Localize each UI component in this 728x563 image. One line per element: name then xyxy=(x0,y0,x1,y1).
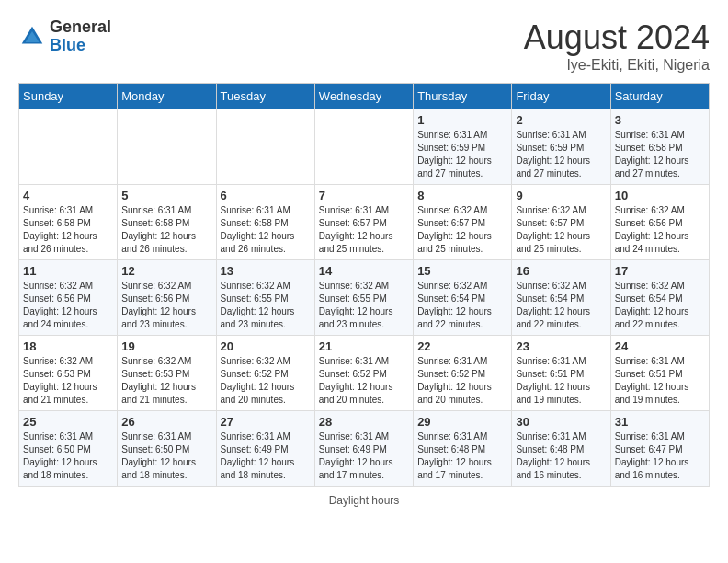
day-of-week-header: Tuesday xyxy=(216,84,314,109)
main-title: August 2024 xyxy=(524,18,710,57)
calendar-week-row: 25Sunrise: 6:31 AMSunset: 6:50 PMDayligh… xyxy=(19,411,710,487)
logo-general: General xyxy=(50,18,111,37)
day-number: 25 xyxy=(23,415,113,429)
calendar-cell: 25Sunrise: 6:31 AMSunset: 6:50 PMDayligh… xyxy=(19,411,118,487)
day-number: 22 xyxy=(417,339,507,353)
title-block: August 2024 Iye-Ekiti, Ekiti, Nigeria xyxy=(524,18,710,74)
daylight-hours-label: Daylight hours xyxy=(329,494,400,507)
logo-text: General Blue xyxy=(50,18,111,55)
calendar-cell: 6Sunrise: 6:31 AMSunset: 6:58 PMDaylight… xyxy=(216,185,314,260)
calendar-cell: 1Sunrise: 6:31 AMSunset: 6:59 PMDaylight… xyxy=(414,109,512,185)
day-info: Sunrise: 6:31 AMSunset: 6:49 PMDaylight:… xyxy=(319,431,409,482)
day-info: Sunrise: 6:32 AMSunset: 6:53 PMDaylight:… xyxy=(121,355,211,407)
calendar-cell: 27Sunrise: 6:31 AMSunset: 6:49 PMDayligh… xyxy=(216,411,314,487)
day-info: Sunrise: 6:31 AMSunset: 6:57 PMDaylight:… xyxy=(319,204,409,256)
day-number: 12 xyxy=(121,264,211,278)
calendar-header: SundayMondayTuesdayWednesdayThursdayFrid… xyxy=(19,84,710,109)
day-number: 28 xyxy=(319,415,409,429)
calendar-cell: 4Sunrise: 6:31 AMSunset: 6:58 PMDaylight… xyxy=(19,185,118,260)
day-number: 20 xyxy=(221,339,311,353)
day-number: 19 xyxy=(121,339,211,353)
calendar-cell: 12Sunrise: 6:32 AMSunset: 6:56 PMDayligh… xyxy=(118,260,216,336)
day-number: 4 xyxy=(23,189,113,202)
day-number: 5 xyxy=(121,189,211,202)
calendar-cell: 2Sunrise: 6:31 AMSunset: 6:59 PMDaylight… xyxy=(512,109,610,185)
day-number: 30 xyxy=(516,415,606,429)
day-of-week-header: Thursday xyxy=(414,84,512,109)
footer: Daylight hours xyxy=(18,494,710,507)
day-number: 16 xyxy=(516,264,606,278)
calendar-cell: 17Sunrise: 6:32 AMSunset: 6:54 PMDayligh… xyxy=(610,260,709,336)
calendar-cell: 18Sunrise: 6:32 AMSunset: 6:53 PMDayligh… xyxy=(19,336,118,411)
day-info: Sunrise: 6:31 AMSunset: 6:52 PMDaylight:… xyxy=(417,355,507,407)
day-number: 8 xyxy=(417,189,507,202)
day-number: 9 xyxy=(516,189,606,202)
calendar-cell: 9Sunrise: 6:32 AMSunset: 6:57 PMDaylight… xyxy=(512,185,610,260)
calendar-week-row: 4Sunrise: 6:31 AMSunset: 6:58 PMDaylight… xyxy=(19,185,710,260)
calendar-cell: 26Sunrise: 6:31 AMSunset: 6:50 PMDayligh… xyxy=(118,411,216,487)
calendar-week-row: 11Sunrise: 6:32 AMSunset: 6:56 PMDayligh… xyxy=(19,260,710,336)
day-info: Sunrise: 6:31 AMSunset: 6:58 PMDaylight:… xyxy=(615,129,705,180)
calendar-cell xyxy=(19,109,118,185)
calendar-cell: 30Sunrise: 6:31 AMSunset: 6:48 PMDayligh… xyxy=(512,411,610,487)
day-info: Sunrise: 6:32 AMSunset: 6:52 PMDaylight:… xyxy=(221,355,311,407)
calendar-cell: 3Sunrise: 6:31 AMSunset: 6:58 PMDaylight… xyxy=(610,109,709,185)
day-info: Sunrise: 6:32 AMSunset: 6:54 PMDaylight:… xyxy=(615,280,705,331)
calendar-cell: 20Sunrise: 6:32 AMSunset: 6:52 PMDayligh… xyxy=(216,336,314,411)
day-info: Sunrise: 6:31 AMSunset: 6:49 PMDaylight:… xyxy=(221,431,311,482)
calendar-cell: 14Sunrise: 6:32 AMSunset: 6:55 PMDayligh… xyxy=(314,260,413,336)
logo-blue: Blue xyxy=(50,37,111,55)
calendar-cell xyxy=(216,109,314,185)
day-number: 6 xyxy=(221,189,311,202)
calendar-cell: 15Sunrise: 6:32 AMSunset: 6:54 PMDayligh… xyxy=(414,260,512,336)
day-of-week-header: Wednesday xyxy=(314,84,413,109)
calendar-table: SundayMondayTuesdayWednesdayThursdayFrid… xyxy=(18,83,710,487)
day-info: Sunrise: 6:32 AMSunset: 6:56 PMDaylight:… xyxy=(23,280,113,331)
day-number: 3 xyxy=(615,113,705,127)
calendar-cell: 31Sunrise: 6:31 AMSunset: 6:47 PMDayligh… xyxy=(610,411,709,487)
day-info: Sunrise: 6:31 AMSunset: 6:52 PMDaylight:… xyxy=(319,355,409,407)
calendar-cell: 5Sunrise: 6:31 AMSunset: 6:58 PMDaylight… xyxy=(118,185,216,260)
day-number: 26 xyxy=(121,415,211,429)
calendar-cell: 29Sunrise: 6:31 AMSunset: 6:48 PMDayligh… xyxy=(414,411,512,487)
day-number: 31 xyxy=(615,415,705,429)
calendar-week-row: 1Sunrise: 6:31 AMSunset: 6:59 PMDaylight… xyxy=(19,109,710,185)
calendar-cell: 21Sunrise: 6:31 AMSunset: 6:52 PMDayligh… xyxy=(314,336,413,411)
logo: General Blue xyxy=(18,18,111,55)
day-of-week-header: Monday xyxy=(118,84,216,109)
day-of-week-header: Saturday xyxy=(610,84,709,109)
day-info: Sunrise: 6:32 AMSunset: 6:55 PMDaylight:… xyxy=(319,280,409,331)
calendar-cell: 23Sunrise: 6:31 AMSunset: 6:51 PMDayligh… xyxy=(512,336,610,411)
calendar-cell xyxy=(314,109,413,185)
day-number: 7 xyxy=(319,189,409,202)
day-info: Sunrise: 6:32 AMSunset: 6:57 PMDaylight:… xyxy=(516,204,606,256)
day-info: Sunrise: 6:31 AMSunset: 6:50 PMDaylight:… xyxy=(23,431,113,482)
day-number: 13 xyxy=(221,264,311,278)
day-info: Sunrise: 6:31 AMSunset: 6:48 PMDaylight:… xyxy=(516,431,606,482)
day-number: 1 xyxy=(417,113,507,127)
day-info: Sunrise: 6:31 AMSunset: 6:58 PMDaylight:… xyxy=(121,204,211,256)
day-number: 17 xyxy=(615,264,705,278)
day-of-week-header: Friday xyxy=(512,84,610,109)
day-info: Sunrise: 6:31 AMSunset: 6:47 PMDaylight:… xyxy=(615,431,705,482)
calendar-cell xyxy=(118,109,216,185)
day-number: 2 xyxy=(516,113,606,127)
day-number: 24 xyxy=(615,339,705,353)
day-number: 27 xyxy=(221,415,311,429)
day-info: Sunrise: 6:31 AMSunset: 6:59 PMDaylight:… xyxy=(417,129,507,180)
day-number: 10 xyxy=(615,189,705,202)
calendar-cell: 24Sunrise: 6:31 AMSunset: 6:51 PMDayligh… xyxy=(610,336,709,411)
calendar-week-row: 18Sunrise: 6:32 AMSunset: 6:53 PMDayligh… xyxy=(19,336,710,411)
calendar-cell: 19Sunrise: 6:32 AMSunset: 6:53 PMDayligh… xyxy=(118,336,216,411)
day-number: 18 xyxy=(23,339,113,353)
day-of-week-header: Sunday xyxy=(19,84,118,109)
calendar-cell: 13Sunrise: 6:32 AMSunset: 6:55 PMDayligh… xyxy=(216,260,314,336)
day-info: Sunrise: 6:31 AMSunset: 6:59 PMDaylight:… xyxy=(516,129,606,180)
day-info: Sunrise: 6:32 AMSunset: 6:57 PMDaylight:… xyxy=(417,204,507,256)
day-info: Sunrise: 6:32 AMSunset: 6:55 PMDaylight:… xyxy=(221,280,311,331)
day-info: Sunrise: 6:32 AMSunset: 6:56 PMDaylight:… xyxy=(121,280,211,331)
calendar-cell: 28Sunrise: 6:31 AMSunset: 6:49 PMDayligh… xyxy=(314,411,413,487)
day-info: Sunrise: 6:32 AMSunset: 6:54 PMDaylight:… xyxy=(417,280,507,331)
logo-icon xyxy=(18,23,46,51)
day-info: Sunrise: 6:31 AMSunset: 6:51 PMDaylight:… xyxy=(615,355,705,407)
